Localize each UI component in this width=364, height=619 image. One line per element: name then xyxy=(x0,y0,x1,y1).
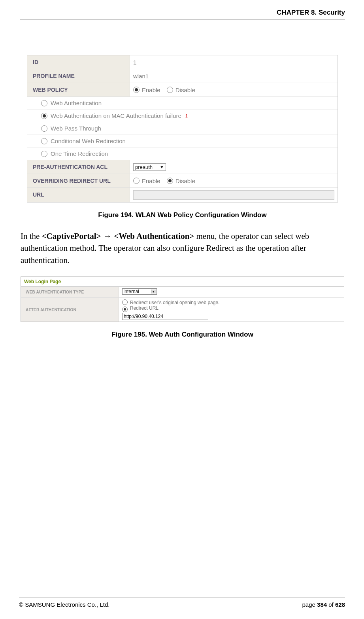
page-content: ID 1 PROFILE NAME wlan1 WEB POLICY Enabl… xyxy=(20,19,345,339)
label-id: ID xyxy=(27,55,130,69)
label-profile-name: PROFILE NAME xyxy=(27,69,130,83)
option-conditional-web-redirection[interactable]: Conditional Web Redirection xyxy=(27,134,338,147)
radio-redirect-url[interactable]: Redirect URL xyxy=(122,305,341,312)
radio-icon xyxy=(41,100,47,106)
option-web-authentication[interactable]: Web Authentication xyxy=(27,97,338,109)
radio-redirect-original[interactable]: Redirect user's original opening web pag… xyxy=(122,299,341,305)
page-header: CHAPTER 8. Security xyxy=(20,9,345,19)
chevron-down-icon: ▼ xyxy=(160,165,164,169)
value-web-policy: Enable Disable xyxy=(130,83,338,97)
label-after-auth: AFTER AUTHENTICATION xyxy=(21,298,119,322)
radio-icon xyxy=(41,138,47,144)
radio-redirect-enable[interactable]: Enable xyxy=(133,178,160,184)
value-auth-type: Internal ▾ xyxy=(119,287,344,297)
value-after-auth: Redirect user's original opening web pag… xyxy=(119,298,344,322)
select-preauth-acl[interactable]: preauth ▼ xyxy=(133,163,166,171)
value-url xyxy=(130,188,338,202)
radio-icon xyxy=(41,151,47,157)
value-preauth-acl: preauth ▼ xyxy=(130,160,338,174)
page: CHAPTER 8. Security ID 1 PROFILE NAME wl… xyxy=(0,0,364,619)
radio-icon xyxy=(133,87,140,93)
radio-icon xyxy=(167,178,173,184)
label-overriding-redirect-url: OVERRIDING REDIRECT URL xyxy=(27,174,130,187)
page-footer: © SAMSUNG Electronics Co., Ltd. page 384… xyxy=(19,598,345,608)
value-overriding-redirect-url: Enable Disable xyxy=(130,174,338,187)
panel-title: Web Login Page xyxy=(21,277,344,286)
radio-redirect-disable[interactable]: Disable xyxy=(167,178,195,184)
chevron-down-icon: ▾ xyxy=(151,290,156,293)
fig195-screenshot: Web Login Page WEB AUTHENTICATION TYPE I… xyxy=(21,276,344,322)
radio-icon xyxy=(167,87,173,93)
page-number: page 384 of 628 xyxy=(302,601,345,608)
body-paragraph: In the <CaptivePortal> → <Web Authentica… xyxy=(21,230,344,266)
copyright: © SAMSUNG Electronics Co., Ltd. xyxy=(19,601,109,608)
label-url: URL xyxy=(27,188,130,202)
value-profile-name: wlan1 xyxy=(130,69,338,83)
redirect-url-input[interactable]: http://90.90.40.124 xyxy=(122,313,208,320)
select-auth-type[interactable]: Internal ▾ xyxy=(122,288,157,295)
chapter-title: CHAPTER 8. Security xyxy=(277,9,345,16)
label-auth-type: WEB AUTHENTICATION TYPE xyxy=(21,287,119,297)
radio-icon xyxy=(133,178,140,184)
radio-web-policy-disable[interactable]: Disable xyxy=(167,87,195,93)
url-input[interactable] xyxy=(133,190,334,200)
value-id: 1 xyxy=(130,55,338,69)
option-web-auth-on-mac-failure[interactable]: Web Authentication on MAC Authentication… xyxy=(27,109,338,122)
radio-icon xyxy=(41,113,47,119)
footnote-1: 1 xyxy=(185,114,188,118)
option-web-pass-through[interactable]: Web Pass Through xyxy=(27,122,338,134)
option-one-time-redirection[interactable]: One Time Redirection xyxy=(27,147,338,160)
label-web-policy: WEB POLICY xyxy=(27,83,130,97)
label-preauth-acl: PRE-AUTHENTICATION ACL xyxy=(27,160,130,174)
radio-icon xyxy=(41,125,47,132)
fig194-screenshot: ID 1 PROFILE NAME wlan1 WEB POLICY Enabl… xyxy=(27,55,338,203)
web-policy-options: Web Authentication Web Authentication on… xyxy=(27,97,338,160)
fig194-caption: Figure 194. WLAN Web Policy Configuratio… xyxy=(20,211,345,219)
radio-web-policy-enable[interactable]: Enable xyxy=(133,87,160,93)
fig195-caption: Figure 195. Web Auth Configuration Windo… xyxy=(20,331,345,339)
radio-icon xyxy=(122,307,128,312)
radio-icon xyxy=(122,299,128,305)
